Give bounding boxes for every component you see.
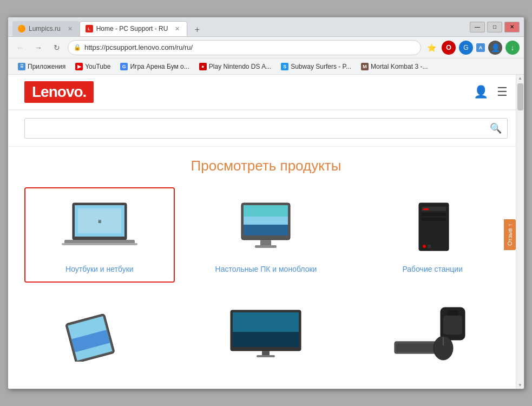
window-controls: — □ ✕ <box>470 22 520 32</box>
bookmark-mortal[interactable]: M Mortal Kombat 3 -... <box>357 61 432 72</box>
lock-icon: 🔒 <box>74 44 81 51</box>
bookmark-mortal-label: Mortal Kombat 3 -... <box>371 63 428 70</box>
nav-icons-right: ⭐ O G A 👤 ↓ <box>424 41 520 55</box>
desktop-image <box>222 195 309 260</box>
download-button[interactable]: ↓ <box>505 41 520 55</box>
svg-rect-17 <box>428 245 431 248</box>
svg-rect-26 <box>262 351 270 355</box>
bookmark-subway[interactable]: S Subway Surfers - P... <box>277 61 356 72</box>
product-card-accessories[interactable] <box>357 293 508 378</box>
back-button[interactable]: ← <box>12 40 28 55</box>
monitor-image <box>222 301 309 366</box>
bookmark-youtube[interactable]: ▶ YouTube <box>71 61 115 72</box>
desktop-svg <box>225 200 306 254</box>
bookmark-nintendo[interactable]: ● Play Nintendo DS A... <box>195 61 275 72</box>
svg-rect-18 <box>423 208 429 210</box>
feedback-icon: ↑ <box>507 224 513 227</box>
svg-rect-3 <box>62 243 137 245</box>
tab-favicon-2: L <box>86 25 93 32</box>
accessories-image <box>389 301 476 366</box>
tablet-svg <box>59 305 140 362</box>
bookmark-igra-label: Игра Арена Бум о... <box>130 63 189 70</box>
svg-rect-11 <box>244 217 288 225</box>
svg-rect-14 <box>422 213 446 216</box>
scroll-down-arrow[interactable]: ▼ <box>518 383 522 388</box>
svg-rect-9 <box>255 245 277 248</box>
laptop-image: 🖥 <box>56 195 143 260</box>
product-card-monitors[interactable] <box>191 293 341 378</box>
tab-lumpics[interactable]: 🟠 Lumpics.ru ✕ <box>12 21 80 36</box>
search-button[interactable]: 🔍 <box>490 122 502 134</box>
scroll-thumb[interactable] <box>517 83 523 110</box>
header-icons: 👤 ☰ <box>474 85 508 99</box>
page-content: Lenovo. 👤 ☰ 🔍 Просмотреть продукты <box>8 75 524 389</box>
svg-rect-32 <box>396 343 436 352</box>
tablet-image <box>56 301 143 366</box>
svg-rect-29 <box>443 316 462 335</box>
search-input[interactable] <box>30 124 490 133</box>
title-bar: 🟠 Lumpics.ru ✕ L Home - PC Support - RU … <box>8 17 524 37</box>
bookmark-nintendo-label: Play Nintendo DS A... <box>209 63 271 70</box>
tab-close-1[interactable]: ✕ <box>66 25 74 33</box>
svg-rect-25 <box>233 324 299 332</box>
lenovo-logo[interactable]: Lenovo. <box>24 81 94 103</box>
scroll-track <box>517 81 523 383</box>
product-card-desktops[interactable]: Настольные ПК и моноблоки <box>191 187 341 283</box>
svg-rect-27 <box>257 355 275 357</box>
products-title: Просмотреть продукты <box>24 158 508 174</box>
tab-label-1: Lumpics.ru <box>29 25 61 32</box>
svg-rect-30 <box>448 310 458 316</box>
tab-favicon-1: 🟠 <box>18 25 25 32</box>
product-label-laptops: Ноутбуки и нетбуки <box>65 264 134 275</box>
profile-avatar[interactable]: 👤 <box>488 41 502 55</box>
reload-button[interactable]: ↻ <box>49 40 64 55</box>
apps-favicon: ⠿ <box>18 63 25 70</box>
workstation-svg <box>392 200 473 254</box>
user-icon[interactable]: 👤 <box>474 85 488 99</box>
bookmarks-bar: ⠿ Приложения ▶ YouTube G Игра Арена Бум … <box>8 58 524 75</box>
extensions-button[interactable]: G <box>459 41 473 55</box>
product-card-laptops[interactable]: 🖥 Ноутбуки и нетбуки <box>24 187 175 283</box>
bookmark-youtube-label: YouTube <box>85 63 110 70</box>
monitor-svg <box>225 305 306 362</box>
menu-icon[interactable]: ☰ <box>497 85 508 99</box>
product-label-desktops: Настольные ПК и моноблоки <box>215 264 317 275</box>
product-card-tablets[interactable] <box>24 293 175 378</box>
bookmark-igra[interactable]: G Игра Арена Бум о... <box>116 61 193 72</box>
accessories-svg <box>392 305 473 362</box>
lenovo-header: Lenovo. 👤 ☰ <box>8 75 524 110</box>
igra-favicon: G <box>120 63 128 70</box>
avatar-icon: 👤 <box>491 43 500 52</box>
subway-favicon: S <box>281 63 288 70</box>
forward-button[interactable]: → <box>31 40 46 55</box>
tab-lenovo[interactable]: L Home - PC Support - RU ✕ <box>80 21 188 36</box>
feedback-tab[interactable]: Отзыв ↑ <box>504 219 516 250</box>
tab-label-2: Home - PC Support - RU <box>96 25 168 32</box>
svg-text:🖥: 🖥 <box>97 219 102 224</box>
svg-rect-15 <box>422 218 446 221</box>
maximize-button[interactable]: □ <box>487 22 502 32</box>
product-label-workstations: Рабочие станции <box>402 264 462 275</box>
bookmark-apps-label: Приложения <box>28 63 65 70</box>
products-grid: 🖥 Ноутбуки и нетбуки <box>24 187 508 378</box>
workstation-image <box>389 195 476 260</box>
bookmark-apps[interactable]: ⠿ Приложения <box>14 61 70 72</box>
search-section: 🔍 <box>8 110 524 147</box>
laptop-svg: 🖥 <box>59 200 140 254</box>
bookmark-subway-label: Subway Surfers - P... <box>291 63 351 70</box>
close-button[interactable]: ✕ <box>504 22 520 32</box>
minimize-button[interactable]: — <box>470 22 485 32</box>
scrollbar[interactable]: ▲ ▼ <box>516 75 524 389</box>
bookmark-star-button[interactable]: ⭐ <box>424 41 438 55</box>
svg-rect-8 <box>260 240 271 245</box>
scroll-up-arrow[interactable]: ▲ <box>518 76 522 81</box>
address-bar[interactable] <box>84 43 415 51</box>
products-section: Просмотреть продукты <box>8 147 524 389</box>
translate-button[interactable]: A <box>476 43 485 52</box>
new-tab-button[interactable]: + <box>189 23 205 36</box>
product-card-workstations[interactable]: Рабочие станции <box>357 187 508 283</box>
opera-icon[interactable]: O <box>442 41 456 55</box>
search-input-wrap: 🔍 <box>24 118 508 139</box>
youtube-favicon: ▶ <box>75 63 83 70</box>
tab-close-2[interactable]: ✕ <box>173 25 181 33</box>
